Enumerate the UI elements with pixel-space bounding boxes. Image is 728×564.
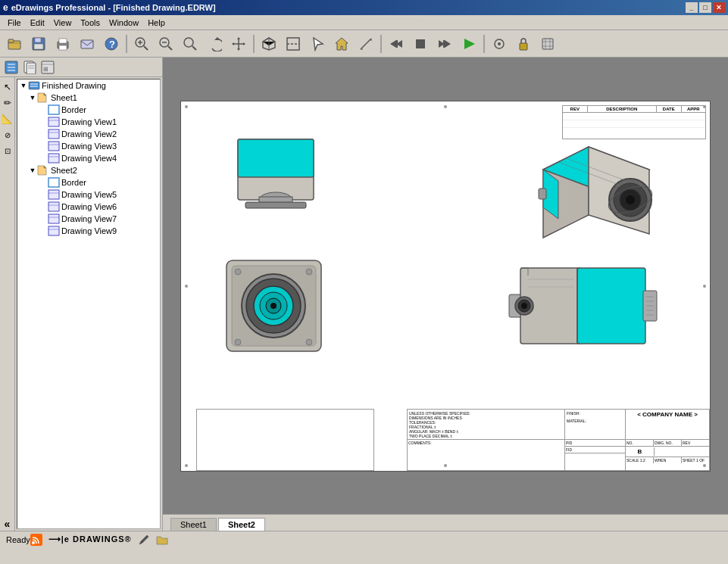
sheet-tab-2[interactable]: Sheet2 — [218, 518, 265, 531]
password-button[interactable] — [512, 33, 535, 55]
svg-point-37 — [498, 42, 501, 45]
minimize-button[interactable]: _ — [686, 2, 698, 13]
print-button[interactable] — [52, 33, 74, 55]
section-button[interactable] — [282, 33, 305, 55]
pen-icon — [138, 534, 150, 546]
expand-root[interactable]: ▼ — [19, 81, 28, 90]
open-button[interactable] — [3, 33, 26, 55]
stop-button[interactable] — [409, 33, 432, 55]
help-button[interactable]: ? — [100, 33, 123, 55]
close-button[interactable]: ✕ — [713, 2, 725, 13]
svg-marker-21 — [237, 37, 240, 39]
tree-label-dv7: Drawing View7 — [61, 214, 117, 223]
home-button[interactable] — [330, 33, 353, 55]
measure-tool[interactable]: 📐 — [1, 112, 14, 126]
svg-line-12 — [144, 46, 148, 50]
svg-rect-77 — [238, 139, 314, 177]
save-button[interactable] — [27, 33, 50, 55]
refresh-button[interactable] — [203, 33, 226, 55]
menu-edit[interactable]: Edit — [26, 17, 49, 29]
svg-rect-38 — [520, 43, 527, 50]
tree-item-dv6[interactable]: Drawing View6 — [17, 201, 160, 213]
tree-item-dv1[interactable]: Drawing View1 — [17, 116, 160, 128]
zoom-in-button[interactable] — [130, 33, 153, 55]
toolbar-separator-3 — [380, 35, 382, 53]
sheet-tab-1[interactable]: Sheet1 — [170, 518, 217, 531]
svg-marker-35 — [464, 39, 475, 49]
model-tree-button[interactable] — [3, 60, 20, 75]
svg-rect-59 — [48, 117, 59, 126]
drawing-view2 — [505, 109, 672, 260]
svg-marker-34 — [445, 40, 451, 48]
tree-item-dv5[interactable]: Drawing View5 — [17, 189, 160, 201]
markup-tool[interactable]: ✏ — [1, 96, 14, 110]
select-button[interactable] — [306, 33, 329, 55]
svg-point-104 — [235, 339, 241, 345]
tree-item-border1[interactable]: Border — [17, 104, 160, 116]
tree-item-sheet1[interactable]: ▼ Sheet1 — [17, 92, 160, 104]
expand-sheet2[interactable]: ▼ — [28, 166, 37, 175]
tree-item-dv3[interactable]: Drawing View3 — [17, 140, 160, 152]
brand-text: ⟶|e DRAWINGS® — [48, 534, 132, 544]
corner-mark-bl — [185, 464, 188, 467]
3d-view-button[interactable] — [258, 33, 280, 55]
expand-dv5 — [39, 190, 48, 199]
midmark-top — [444, 105, 447, 108]
drawing-view4 — [505, 253, 680, 363]
menu-view[interactable]: View — [49, 17, 77, 29]
feature-tree[interactable]: ▼ Finished Drawing ▼ Sheet1 Border — [17, 79, 161, 529]
markup-settings-button[interactable] — [488, 33, 511, 55]
svg-rect-1 — [8, 39, 14, 42]
expand-dv2 — [39, 129, 48, 139]
tools-button[interactable] — [536, 33, 559, 55]
canvas-container[interactable]: REV DESCRIPTION DATE APPR — [163, 58, 728, 514]
svg-point-89 — [626, 195, 635, 204]
left-panel: ⊞ ↖ ✏ 📐 ⊘ ⊡ « ▼ Finished Drawing — [0, 58, 163, 531]
compare-tool[interactable]: ⊡ — [1, 144, 14, 157]
tree-item-dv4[interactable]: Drawing View4 — [17, 152, 160, 164]
tree-label-dv9: Drawing View9 — [61, 226, 117, 235]
svg-line-16 — [168, 46, 172, 50]
pan-button[interactable] — [227, 33, 250, 55]
svg-rect-61 — [48, 129, 59, 139]
play-button[interactable] — [458, 33, 480, 55]
svg-point-112 — [521, 303, 527, 309]
collapse-panel[interactable]: « — [1, 517, 14, 531]
svg-rect-63 — [48, 142, 59, 151]
menu-tools[interactable]: Tools — [76, 17, 105, 29]
tree-item-sheet2[interactable]: ▼ Sheet2 — [17, 164, 160, 176]
forward-button[interactable] — [433, 33, 456, 55]
measure-button[interactable] — [355, 33, 377, 55]
tree-item-dv9[interactable]: Drawing View9 — [17, 225, 160, 237]
tree-label-dv3: Drawing View3 — [61, 142, 117, 151]
tree-item-dv7[interactable]: Drawing View7 — [17, 213, 160, 225]
menu-window[interactable]: Window — [105, 17, 143, 29]
svg-marker-22 — [237, 48, 240, 51]
tree-item-dv2[interactable]: Drawing View2 — [17, 128, 160, 140]
midmark-left — [185, 285, 188, 288]
section-tool[interactable]: ⊘ — [1, 128, 14, 142]
company-name: < COMPANY NAME > — [627, 411, 708, 418]
drawing-area: REV DESCRIPTION DATE APPR — [163, 58, 728, 531]
svg-rect-8 — [81, 40, 93, 48]
menu-file[interactable]: File — [3, 17, 26, 29]
midmark-right — [703, 285, 706, 288]
tree-item-root[interactable]: ▼ Finished Drawing — [17, 79, 160, 92]
expand-sheet1[interactable]: ▼ — [28, 93, 37, 102]
rewind-button[interactable] — [385, 33, 408, 55]
pointer-tool[interactable]: ↖ — [1, 80, 14, 94]
zoom-area-button[interactable] — [155, 33, 177, 55]
maximize-button[interactable]: □ — [699, 2, 711, 13]
zoom-fit-button[interactable] — [179, 33, 202, 55]
config-button[interactable]: ⊞ — [39, 60, 56, 75]
sheets-button[interactable] — [21, 60, 38, 75]
email-button[interactable] — [76, 33, 98, 55]
tree-label-dv4: Drawing View4 — [61, 154, 117, 163]
tree-item-border2[interactable]: Border — [17, 176, 160, 189]
tree-label-dv5: Drawing View5 — [61, 190, 117, 199]
notes-block — [196, 409, 374, 471]
toolbar-separator-4 — [483, 35, 485, 53]
svg-point-101 — [270, 303, 277, 309]
svg-rect-7 — [59, 45, 67, 50]
menu-help[interactable]: Help — [143, 17, 170, 29]
